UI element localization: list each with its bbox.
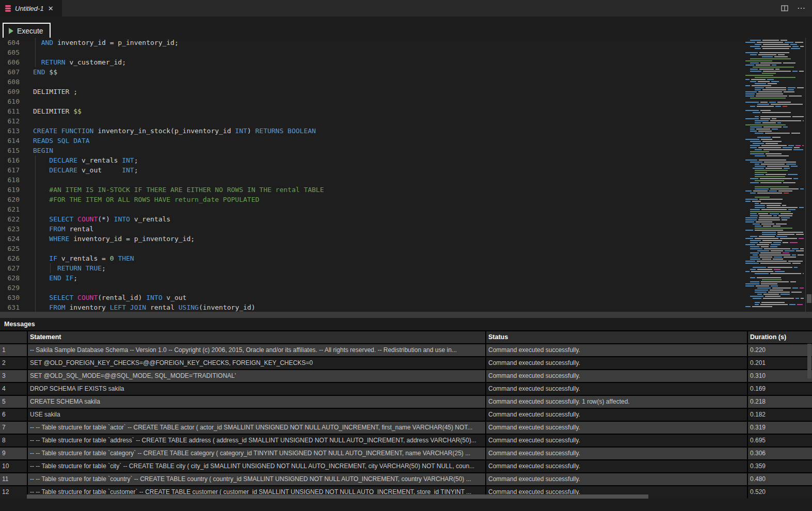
row-number[interactable]: 5: [0, 396, 27, 408]
code-line: 618: [0, 175, 742, 185]
code-line: 604 AND inventory_id = p_inventory_id;: [0, 38, 742, 47]
line-number: 621: [0, 204, 20, 214]
status-cell[interactable]: Command executed successfully.: [486, 448, 747, 459]
indent-guide: [35, 47, 36, 57]
row-number[interactable]: 1: [0, 344, 27, 356]
row-number[interactable]: 7: [0, 422, 27, 434]
row-number[interactable]: 11: [0, 473, 27, 485]
statement-cell[interactable]: USE sakila: [28, 409, 485, 421]
line-number: 608: [0, 77, 20, 87]
duration-cell[interactable]: 0.220: [748, 344, 812, 356]
code-text: [20, 77, 33, 87]
column-header-duration-s-[interactable]: Duration (s): [748, 331, 812, 343]
indent-guide: [35, 195, 36, 204]
status-cell[interactable]: Command executed successfully.: [486, 473, 747, 485]
panel-resize-sash[interactable]: [0, 312, 812, 318]
indent-guide: [35, 234, 36, 244]
statement-cell[interactable]: SET @OLD_FOREIGN_KEY_CHECKS=@@FOREIGN_KE…: [28, 357, 485, 369]
code-text: WHERE inventory_id = p_inventory_id;: [20, 234, 195, 244]
column-header-status[interactable]: Status: [486, 331, 747, 343]
code-text: IF v_rentals = 0 THEN: [20, 253, 134, 263]
duration-cell[interactable]: 0.520: [748, 486, 812, 498]
statement-cell[interactable]: CREATE SCHEMA sakila: [28, 396, 485, 408]
status-cell[interactable]: Command executed successfully.: [486, 357, 747, 369]
column-header-statement[interactable]: Statement: [28, 331, 485, 343]
line-number: 630: [0, 293, 20, 302]
row-number[interactable]: 6: [0, 409, 27, 421]
row-number[interactable]: 8: [0, 435, 27, 446]
line-number: 619: [0, 185, 20, 195]
indent-guide: [35, 283, 36, 293]
indent-guide: [35, 155, 36, 165]
code-text: [20, 47, 33, 57]
statement-cell[interactable]: -- -- Table structure for table `country…: [28, 473, 485, 485]
statement-cell[interactable]: -- -- Table structure for table `city` -…: [28, 460, 485, 472]
duration-cell[interactable]: 0.310: [748, 370, 812, 382]
tab-bar: Untitled-1 ✕ ⋯: [0, 0, 812, 17]
row-number[interactable]: 10: [0, 460, 27, 472]
duration-cell[interactable]: 0.218: [748, 396, 812, 408]
indent-guide: [35, 204, 36, 214]
row-number[interactable]: 9: [0, 448, 27, 459]
row-number[interactable]: 4: [0, 383, 27, 395]
code-text: CREATE FUNCTION inventory_in_stock(p_inv…: [20, 126, 316, 136]
code-line: 627 RETURN TRUE;: [0, 263, 742, 273]
statement-cell[interactable]: -- Sakila Sample Database Schema -- Vers…: [28, 344, 485, 356]
line-number: 604: [0, 38, 20, 47]
minimap[interactable]: [742, 38, 804, 312]
code-line: 614READS SQL DATA: [0, 136, 742, 146]
status-cell[interactable]: Command executed successfully.: [486, 383, 747, 395]
duration-cell[interactable]: 0.480: [748, 473, 812, 485]
code-editor[interactable]: 604 AND inventory_id = p_inventory_id;60…: [0, 38, 812, 312]
code-text: DECLARE v_out INT;: [20, 165, 138, 175]
status-cell[interactable]: Command executed successfully.: [486, 370, 747, 382]
status-cell[interactable]: Command executed successfully.: [486, 344, 747, 356]
code-text: RETURN TRUE;: [20, 263, 106, 273]
statement-cell[interactable]: -- -- Table structure for table `address…: [28, 435, 485, 446]
line-number: 628: [0, 273, 20, 283]
close-icon[interactable]: ✕: [48, 5, 54, 12]
duration-cell[interactable]: 0.201: [748, 357, 812, 369]
duration-cell[interactable]: 0.319: [748, 422, 812, 434]
duration-cell[interactable]: 0.695: [748, 435, 812, 446]
indent-guide: [35, 263, 36, 273]
statement-cell[interactable]: -- -- Table structure for table `categor…: [28, 448, 485, 459]
split-editor-icon[interactable]: [781, 4, 789, 12]
code-text: FROM inventory LEFT JOIN rental USING(in…: [20, 302, 256, 312]
row-number[interactable]: 12: [0, 486, 27, 498]
line-number: 618: [0, 175, 20, 185]
statement-cell[interactable]: SET @OLD_SQL_MODE=@@SQL_MODE, SQL_MODE='…: [28, 370, 485, 382]
tab-untitled-1[interactable]: Untitled-1 ✕: [0, 0, 62, 17]
status-cell[interactable]: Command executed successfully. 1 row(s) …: [486, 396, 747, 408]
statement-cell[interactable]: DROP SCHEMA IF EXISTS sakila: [28, 383, 485, 395]
code-line: 609DELIMITER ;: [0, 87, 742, 97]
editor-vertical-scrollbar[interactable]: [807, 294, 811, 303]
indent-guide: [35, 244, 36, 253]
code-line: 630 SELECT COUNT(rental_id) INTO v_out: [0, 293, 742, 302]
editor-actions: ⋯: [781, 0, 806, 17]
status-cell[interactable]: Command executed successfully.: [486, 409, 747, 421]
status-cell[interactable]: Command executed successfully.: [486, 460, 747, 472]
status-cell[interactable]: Command executed successfully.: [486, 435, 747, 446]
code-line: 620 #FOR THE ITEM OR ALL ROWS HAVE retur…: [0, 195, 742, 204]
code-text: DECLARE v_rentals INT;: [20, 155, 138, 165]
execute-button[interactable]: Execute: [3, 23, 51, 39]
statement-cell[interactable]: -- -- Table structure for table `actor` …: [28, 422, 485, 434]
code-line: 625: [0, 244, 742, 253]
messages-horizontal-scrollbar[interactable]: [27, 494, 648, 499]
more-actions-icon[interactable]: ⋯: [797, 6, 806, 11]
duration-cell[interactable]: 0.359: [748, 460, 812, 472]
code-line: 608: [0, 77, 742, 87]
code-line: 611DELIMITER $$: [0, 106, 742, 116]
messages-vertical-scrollbar[interactable]: [807, 344, 811, 378]
status-cell[interactable]: Command executed successfully.: [486, 422, 747, 434]
duration-cell[interactable]: 0.306: [748, 448, 812, 459]
duration-cell[interactable]: 0.182: [748, 409, 812, 421]
row-number[interactable]: 2: [0, 357, 27, 369]
code-line: 629: [0, 283, 742, 293]
row-number[interactable]: 3: [0, 370, 27, 382]
code-text: [20, 244, 33, 253]
code-text: DELIMITER $$: [20, 106, 82, 116]
duration-cell[interactable]: 0.169: [748, 383, 812, 395]
column-header-rownum[interactable]: [0, 331, 27, 343]
